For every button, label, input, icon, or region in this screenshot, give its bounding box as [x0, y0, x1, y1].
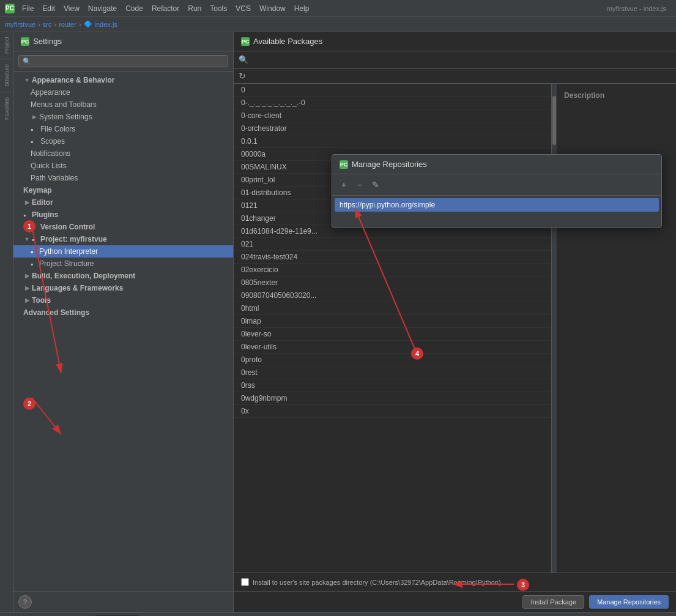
scroll-thumb[interactable] [552, 96, 556, 145]
packages-logo: PC [241, 37, 250, 46]
list-item[interactable]: 0html [234, 302, 551, 315]
tree-item-scopes[interactable]: ▪ Scopes [13, 135, 233, 147]
list-item[interactable]: 0-orchestrator [234, 122, 551, 135]
list-item[interactable]: 0imap [234, 315, 551, 328]
tree-item-advanced[interactable]: Advanced Settings [13, 306, 233, 319]
tree-item-quick-lists[interactable]: Quick Lists [13, 160, 233, 172]
list-item[interactable]: 0 [234, 84, 551, 97]
description-label: Description [564, 91, 669, 100]
menu-view[interactable]: View [60, 3, 83, 14]
tree-label: System Settings [39, 113, 92, 121]
tree-item-keymap[interactable]: Keymap [13, 184, 233, 196]
list-item[interactable]: 0proto [234, 354, 551, 366]
list-item[interactable]: 021 [234, 238, 551, 251]
install-checkbox[interactable] [241, 578, 249, 586]
tree-item-languages[interactable]: ▶ Languages & Frameworks [13, 282, 233, 294]
tree-item-plugins[interactable]: ▪ Plugins [13, 209, 233, 221]
tree-label: Appearance & Behavior [32, 76, 114, 84]
tree-label: Version Control [40, 223, 95, 231]
tree-label: Keymap [23, 186, 52, 195]
annotation-4: 4 [411, 347, 423, 360]
install-package-button[interactable]: Install Package [522, 595, 584, 609]
help-button[interactable]: ? [18, 595, 32, 609]
search-packages-icon[interactable]: 🔍 [239, 55, 248, 64]
manage-repositories-modal: PC Manage Repositories + − ✎ https://pyp… [332, 154, 662, 228]
modal-header: PC Manage Repositories [332, 155, 661, 174]
menu-refactor[interactable]: Refactor [148, 3, 183, 14]
arrow-icon: ▶ [23, 199, 31, 206]
repo-item[interactable]: https://pypi.python.org/simple [335, 198, 659, 212]
tree-item-appearance-behavior[interactable]: ▼ Appearance & Behavior [13, 74, 233, 86]
tree-label: Advanced Settings [23, 308, 89, 317]
list-item[interactable]: 0rss [234, 379, 551, 392]
menu-tools[interactable]: Tools [206, 3, 231, 14]
refresh-icon[interactable]: ↻ [239, 71, 246, 81]
settings-search-input[interactable] [18, 55, 228, 67]
list-item[interactable]: 0.0.1 [234, 135, 551, 148]
list-item[interactable]: 0-core-client [234, 109, 551, 122]
tree-item-version-control[interactable]: ▶ ▪ Version Control [13, 221, 233, 233]
manage-repositories-button[interactable]: Manage Repositories [589, 595, 669, 609]
list-item[interactable]: 02exercicio [234, 264, 551, 276]
app-logo: PC [5, 4, 15, 13]
breadcrumb-file[interactable]: index.js [95, 21, 117, 28]
add-repo-button[interactable]: + [337, 178, 351, 191]
menu-help[interactable]: Help [291, 3, 313, 14]
tree-item-build[interactable]: ▶ Build, Execution, Deployment [13, 270, 233, 282]
tree-item-system-settings[interactable]: ▶ System Settings [13, 111, 233, 123]
menu-code[interactable]: Code [122, 3, 147, 14]
tree-item-project[interactable]: ▼ ▪ Project: myfirstvue [13, 233, 233, 245]
tree-label: Project: myfirstvue [40, 235, 107, 243]
remove-repo-button[interactable]: − [353, 178, 366, 191]
packages-toolbar: 🔍 [234, 51, 676, 69]
list-item[interactable]: 0lever-utils [234, 341, 551, 354]
annotation-2: 2 [23, 398, 35, 410]
menu-vcs[interactable]: VCS [232, 3, 254, 14]
settings-panel: PC Settings ▼ Appearance & Behavior Appe… [13, 32, 234, 612]
tree-item-editor[interactable]: ▶ Editor [13, 196, 233, 209]
list-item[interactable]: 0lever-so [234, 328, 551, 341]
list-item[interactable]: 09080704050603020... [234, 289, 551, 302]
menu-navigate[interactable]: Navigate [84, 3, 121, 14]
modal-list: https://pypi.python.org/simple [332, 196, 661, 227]
menu-run[interactable]: Run [184, 3, 205, 14]
title-bar: PC File Edit View Navigate Code Refactor… [0, 0, 676, 17]
menu-edit[interactable]: Edit [39, 3, 59, 14]
list-item[interactable]: 0wdg9nbmpm [234, 392, 551, 405]
annotation-3: 3 [517, 579, 529, 591]
square-icon: ▪ [31, 125, 40, 133]
list-item[interactable]: 0x [234, 405, 551, 418]
annotation-1: 1 [23, 220, 35, 232]
settings-logo: PC [21, 37, 29, 46]
list-item[interactable]: 024travis-test024 [234, 251, 551, 264]
tree-item-file-colors[interactable]: ▪ File Colors [13, 123, 233, 135]
install-checkbox-row[interactable]: Install to user's site packages director… [241, 578, 669, 586]
tree-label: Plugins [32, 210, 58, 219]
tree-label: Menus and Toolbars [31, 100, 97, 109]
list-item[interactable]: 0rest [234, 366, 551, 379]
tree-item-python-interpreter[interactable]: ▪ Python Interpreter [13, 245, 233, 258]
tree-item-project-structure[interactable]: ▪ Project Structure [13, 258, 233, 270]
tree-label: Appearance [31, 88, 70, 97]
square-icon: ▪ [31, 138, 40, 145]
breadcrumb-router[interactable]: router [59, 21, 76, 28]
list-item[interactable]: 0-._._._._._._._._.-0 [234, 97, 551, 109]
menu-window[interactable]: Window [256, 3, 289, 14]
tree-item-path-variables[interactable]: Path Variables [13, 172, 233, 184]
project-tab[interactable]: Project [2, 34, 11, 56]
favorites-tab[interactable]: Favorites [2, 95, 11, 122]
settings-tree: ▼ Appearance & Behavior Appearance Menus… [13, 72, 233, 591]
edit-repo-button[interactable]: ✎ [369, 178, 382, 191]
breadcrumb-project[interactable]: myfirstvue [5, 21, 35, 28]
tree-item-notifications[interactable]: Notifications [13, 147, 233, 160]
tree-item-appearance[interactable]: Appearance [13, 86, 233, 98]
tree-item-menus[interactable]: Menus and Toolbars [13, 98, 233, 111]
right-content: PC Available Packages 🔍 ↻ 0 0-._._._._._… [234, 32, 676, 612]
structure-tab[interactable]: Structure [2, 62, 11, 89]
tree-item-tools[interactable]: ▶ Tools [13, 294, 233, 306]
tree-label: File Colors [40, 125, 75, 133]
menu-file[interactable]: File [18, 3, 37, 14]
breadcrumb-src[interactable]: src [43, 21, 52, 28]
list-item[interactable]: 0805nexter [234, 276, 551, 289]
settings-search-area [13, 51, 233, 72]
